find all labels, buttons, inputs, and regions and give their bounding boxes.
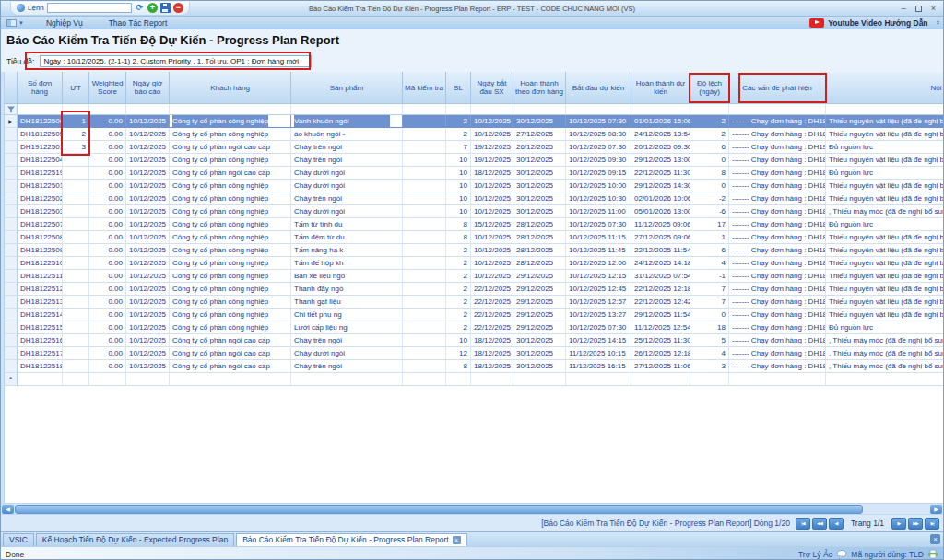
cell-hd[interactable]: 11/12/2025 09:06 [631,218,690,231]
new-row-cell[interactable] [18,373,63,386]
cell-so[interactable]: DH18122517 [18,347,63,360]
cell-kh[interactable]: Công ty cổ phần công nghiệp [170,128,291,141]
table-row[interactable]: DH181225090.0010/12/2025Công ty cổ phần … [5,244,943,257]
cell-ut[interactable]: 2 [63,128,89,141]
cell-bd[interactable]: 10/12/2025 10:00 [566,180,631,192]
cell-ws[interactable]: 0.00 [89,309,126,321]
cell-sl[interactable]: 10 [446,192,471,205]
cell-ma[interactable] [403,141,446,154]
cell-bd[interactable]: 10/12/2025 13:27 [566,309,631,321]
cell-bd[interactable]: 10/12/2025 11:15 [566,231,631,244]
cell-ngay[interactable]: 10/12/2025 [126,360,170,373]
row-selector[interactable] [5,231,18,244]
cell-sp[interactable]: Chày dưới ngói [291,205,403,218]
column-header-bd[interactable]: Bắt đầu dự kiến [566,72,631,104]
cell-vd[interactable]: ------- Chạy đơn hàng : DH18... [729,231,826,244]
cell-nbd[interactable]: 15/12/2025 [471,218,513,231]
cell-ht[interactable]: 30/12/2025 [513,180,566,192]
cell-ut[interactable] [63,180,89,192]
cell-ma[interactable] [403,283,446,296]
cell-ht[interactable]: 30/12/2025 [513,192,566,205]
cell-vd[interactable]: ------- Chạy đơn hàng : DH18... [729,115,826,128]
filter-cell-sp[interactable] [291,104,403,115]
table-row[interactable]: DH1912250130.0010/12/2025Công ty cổ phần… [5,141,943,154]
cell-ngay[interactable]: 10/12/2025 [126,270,170,283]
cell-vd[interactable]: ------- Chạy đơn hàng : DH18... [729,244,826,257]
cell-sp[interactable]: Chày trên ngói [291,192,403,205]
cell-hd[interactable]: 11/12/2025 12:54 [631,321,690,334]
cell-kh[interactable]: Công ty cổ phần công nghiệp [170,296,291,309]
cell-bd[interactable]: 10/12/2025 11:45 [566,244,631,257]
cell-sp[interactable]: Chày trên ngói [291,360,403,373]
cell-vd[interactable]: ------- Chạy đơn hàng : DH18... [729,270,826,283]
cell-kh[interactable]: Công ty cổ phần ngói cao cấp [170,360,291,373]
cell-bd[interactable]: 10/12/2025 14:15 [566,334,631,347]
cell-so[interactable]: DH18122518 [18,360,63,373]
column-header-sp[interactable]: Sản phẩm [291,72,403,104]
cell-sp[interactable]: áo khuôn ngói - [291,128,403,141]
filter-cell-nd[interactable] [826,104,943,115]
cell-hd[interactable]: 24/12/2025 13:54 [631,128,690,141]
cell-ws[interactable]: 0.00 [89,244,126,257]
cell-ws[interactable]: 0.00 [89,334,126,347]
cell-vd[interactable]: ------- Chạy đơn hàng : DH18... [729,309,826,321]
cell-kh[interactable]: Công ty cổ phần công nghiệp [170,283,291,296]
cell-ngay[interactable]: 10/12/2025 [126,244,170,257]
column-header-ut[interactable]: ƯT [63,72,89,104]
new-row-cell[interactable] [403,373,446,386]
cell-hd[interactable]: 05/01/2026 13:00 [631,205,690,218]
cell-vd[interactable]: ------- Chạy đơn hàng : DH18... [729,205,826,218]
cell-ws[interactable]: 0.00 [89,192,126,205]
cell-ws[interactable]: 0.00 [89,205,126,218]
cell-ws[interactable]: 0.00 [89,321,126,334]
cell-bd[interactable]: 10/12/2025 09:15 [566,167,631,180]
cell-nbd[interactable]: 19/12/2025 [471,154,513,167]
cell-sp[interactable]: Tấm từ tính du [291,218,403,231]
cell-nbd[interactable]: 18/12/2025 [471,167,513,180]
cell-nbd[interactable]: 18/12/2025 [471,347,513,360]
virtual-assistant-link[interactable]: Trợ Lý Ảo [798,550,832,559]
cell-ht[interactable]: 30/12/2025 [513,154,566,167]
row-selector[interactable] [5,180,18,192]
cell-dl[interactable]: -1 [690,270,729,283]
cell-hd[interactable]: 22/12/2025 12:18 [631,283,690,296]
row-selector[interactable] [5,128,18,141]
cell-dl[interactable]: 4 [690,257,729,270]
cell-so[interactable]: DH18122510 [18,257,63,270]
cell-kh[interactable]: Công ty cổ phần công nghiệp [170,309,291,321]
cell-dl[interactable]: 5 [690,334,729,347]
cell-nbd[interactable]: 19/12/2025 [471,141,513,154]
fast-prev-icon[interactable]: ◀◀ [812,518,827,530]
cell-nd[interactable]: Thiếu nguyên vật liệu (đã đề nghị bổ s [826,154,943,167]
cell-hd[interactable]: 27/12/2025 09:06 [631,231,690,244]
table-row[interactable]: DH181225140.0010/12/2025Công ty cổ phần … [5,309,943,321]
row-selector[interactable] [5,334,18,347]
cell-bd[interactable]: 10/12/2025 10:30 [566,192,631,205]
cell-ngay[interactable]: 10/12/2025 [126,231,170,244]
cell-ws[interactable]: 0.00 [89,347,126,360]
new-row-cell[interactable] [690,373,729,386]
cell-so[interactable]: DH18122511 [18,270,63,283]
cell-ngay[interactable]: 10/12/2025 [126,283,170,296]
cell-ut[interactable] [63,283,89,296]
cell-hd[interactable]: 29/12/2025 11:54 [631,309,690,321]
cell-sl[interactable]: 2 [446,296,471,309]
cell-sp[interactable]: Chày trên ngói [291,334,403,347]
cell-dl[interactable]: 4 [690,347,729,360]
cell-nbd[interactable]: 22/12/2025 [471,283,513,296]
cell-hd[interactable]: 22/12/2025 11:30 [631,167,690,180]
cell-sl[interactable]: 8 [446,218,471,231]
cell-so[interactable]: DH18122505 [18,128,63,141]
cell-nbd[interactable]: 10/12/2025 [471,231,513,244]
column-header-ngay[interactable]: Ngày giờ báo cáo [126,72,170,104]
cell-sl[interactable]: 7 [446,141,471,154]
cell-dl[interactable]: 6 [690,141,729,154]
cell-kh[interactable]: Công ty cổ phần công nghiệp [170,257,291,270]
cell-ma[interactable] [403,192,446,205]
cell-nd[interactable]: Thiếu nguyên vật liệu (đã đề nghị bổ s [826,192,943,205]
row-selector[interactable] [5,192,18,205]
cell-sl[interactable]: 2 [446,257,471,270]
cell-so[interactable]: DH18122513 [18,296,63,309]
cell-vd[interactable]: ------- Chạy đơn hàng : DH19... [729,141,826,154]
cell-nd[interactable]: Đủ nguồn lực [826,141,943,154]
